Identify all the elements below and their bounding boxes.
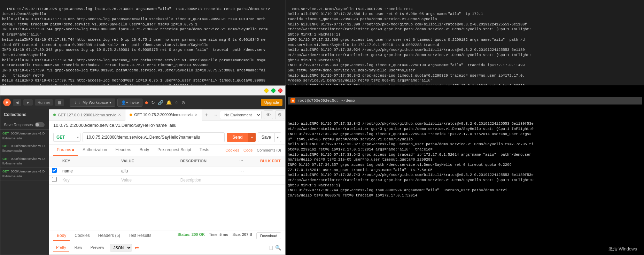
tab-headers[interactable]: Headers (112, 145, 134, 156)
row1-dots-button[interactable]: ⋯ (239, 168, 244, 174)
row1-key-cell (60, 167, 118, 175)
params-table: KEY VALUE DESCRIPTION ⋯ Bulk Edit (49, 156, 285, 231)
save-responses-label: Save Responses (4, 123, 33, 127)
format-icon[interactable]: ⇌ (135, 245, 139, 250)
new-tab-button[interactable]: + (202, 109, 211, 120)
history-item-3[interactable]: GET 0000/demo.service.v1.Dllo?name=ailu (0, 155, 49, 168)
save-dropdown-button[interactable]: ▾ (275, 132, 281, 142)
save-button[interactable]: Save (258, 132, 275, 142)
row2-value-input[interactable] (121, 178, 174, 183)
windows-activation: 激活 Windows (608, 246, 637, 252)
workspace-chevron-icon: ▾ (109, 100, 111, 105)
settings-button[interactable]: ⚙ (275, 110, 284, 119)
row2-checkbox[interactable] (52, 177, 57, 182)
tab-prerequest[interactable]: Pre-request Script (154, 145, 195, 156)
terminal-left: INFO 01/19-07:17:38.025 grpc-access-log … (0, 0, 286, 85)
windows-activation-text: 激活 Windows (608, 246, 637, 252)
nav-forward-button[interactable]: ► (23, 99, 33, 106)
terminal-title-bar: ▣ root@c793e592ec5d: ~/demo (288, 97, 642, 105)
nav-back-button[interactable]: ◀ (13, 99, 21, 106)
url-input[interactable] (83, 132, 225, 142)
format-raw[interactable]: Raw (72, 244, 85, 252)
row1-key-input[interactable] (62, 169, 116, 173)
format-preview[interactable]: Preview (88, 244, 107, 252)
postman-window: P ◀ ► Runner ▦ ⋮⋮ My Workspace ▾ 👤+ Invi… (0, 85, 286, 255)
history-item-2[interactable]: GET 0000/demo.service.v1.Dllo?name=ailu (0, 142, 49, 155)
bulk-edit-header[interactable]: Bulk Edit (257, 157, 285, 165)
tab-body[interactable]: Body (136, 145, 153, 156)
response-tab-body[interactable]: Body (53, 231, 70, 241)
code-link[interactable]: Code (243, 148, 253, 152)
more-tabs-button[interactable]: ··· (211, 109, 220, 120)
window-close-button[interactable] (278, 88, 282, 93)
request-title: 10.0.75.2:20000/demo.service.v1.Demo/Say… (49, 121, 285, 130)
tab-1-close-icon[interactable]: ✕ (118, 113, 121, 117)
row2-value-cell (118, 176, 177, 184)
comments-link[interactable]: Comments (0) (257, 148, 281, 152)
tab-tests[interactable]: Tests (196, 145, 213, 156)
method-select[interactable]: GET POST PUT DELETE (53, 133, 80, 142)
cookies-link[interactable]: Cookies (225, 148, 239, 152)
row1-checkbox[interactable] (52, 168, 57, 173)
row1-empty-cell (257, 170, 285, 172)
col-value: VALUE (118, 157, 177, 165)
invite-button[interactable]: 👤+ Invite (117, 99, 143, 107)
response-tab-cookies[interactable]: Cookies (71, 231, 93, 241)
tab-1[interactable]: GET 127.0.0.1:20001/demo.servic ✕ (49, 109, 125, 120)
collections-header: Collections (0, 109, 49, 120)
tab-authorization[interactable]: Authorization (79, 145, 110, 156)
row1-value-input[interactable] (121, 169, 174, 173)
row2-desc-input[interactable] (180, 178, 234, 183)
response-tab-tests[interactable]: Test Results (125, 231, 155, 241)
heart-icon[interactable]: ♡ (174, 100, 179, 105)
window-maximize-button[interactable] (271, 88, 276, 93)
environment-eye-button[interactable]: 👁 (264, 110, 273, 119)
row1-checkbox-cell (49, 167, 60, 175)
row1-value-cell (118, 167, 177, 175)
save-responses-row: Save Responses (0, 120, 49, 130)
workspace-button[interactable]: ⋮⋮ My Workspace ▾ (70, 99, 115, 107)
response-icons: ⎕ 🔍 (270, 245, 281, 250)
col-checkbox (49, 157, 60, 165)
history-item-1[interactable]: GET 0000/demo.service.v1.Dllo?name=ailu (0, 130, 49, 142)
window-titlebar (0, 86, 285, 95)
orange-circle-icon[interactable]: ● (145, 99, 148, 106)
tab-2-close-icon[interactable]: ✕ (195, 113, 197, 117)
row2-dots-cell (236, 179, 257, 181)
response-area: Body Cookies Headers (5) Test Results St… (49, 231, 285, 255)
send-dropdown-button[interactable]: ▾ (248, 133, 256, 142)
tab-2[interactable]: GET 10.0.75.2:20000/demo.servic ✕ (125, 109, 202, 121)
row2-key-input[interactable] (62, 178, 116, 183)
runner-button[interactable]: Runner (35, 99, 53, 106)
row2-checkbox-cell (49, 176, 60, 184)
save-responses-toggle[interactable] (35, 122, 45, 127)
tab-1-method-dot (53, 114, 56, 116)
tabs-bar: GET 127.0.0.1:20001/demo.servic ✕ GET 10… (49, 109, 285, 121)
search-response-button[interactable]: 🔍 (275, 245, 281, 250)
tab-1-label: GET 127.0.0.1:20001/demo.servic (58, 113, 116, 117)
sync-icon[interactable]: ↻ (151, 100, 155, 105)
copy-response-button[interactable]: ⎕ (270, 245, 272, 250)
response-time: Time: 5 ms (209, 232, 228, 239)
format-pretty[interactable]: Pretty (53, 244, 69, 252)
environment-selector[interactable]: No Environment (220, 111, 262, 119)
history-item-4[interactable]: GET 0000/demo.service.v1.Dllo?name=ailu (0, 168, 49, 180)
bell-icon[interactable]: 🔔 (166, 100, 172, 105)
tab-params[interactable]: Params (53, 145, 78, 156)
row1-desc-input[interactable] (180, 169, 234, 173)
window-minimize-button[interactable] (264, 88, 269, 93)
grid-icon[interactable]: ⊝ (181, 100, 185, 105)
invite-label: Invite (130, 100, 139, 105)
upgrade-button[interactable]: Upgrade (261, 99, 282, 106)
response-size: Size: 207 B (232, 232, 252, 239)
workspace-label: My Workspace (83, 100, 108, 105)
build-button[interactable]: ▦ (55, 99, 64, 106)
response-tab-headers[interactable]: Headers (5) (95, 231, 124, 241)
api-icon[interactable]: 🔗 (158, 100, 163, 105)
send-button[interactable]: Send (227, 133, 248, 142)
format-selector[interactable]: JSON XML Text (110, 244, 132, 252)
row1-dots-cell: ⋯ (236, 167, 257, 175)
col-description: DESCRIPTION (178, 157, 236, 165)
row2-key-cell (60, 176, 118, 184)
download-button[interactable]: Download (256, 232, 281, 239)
